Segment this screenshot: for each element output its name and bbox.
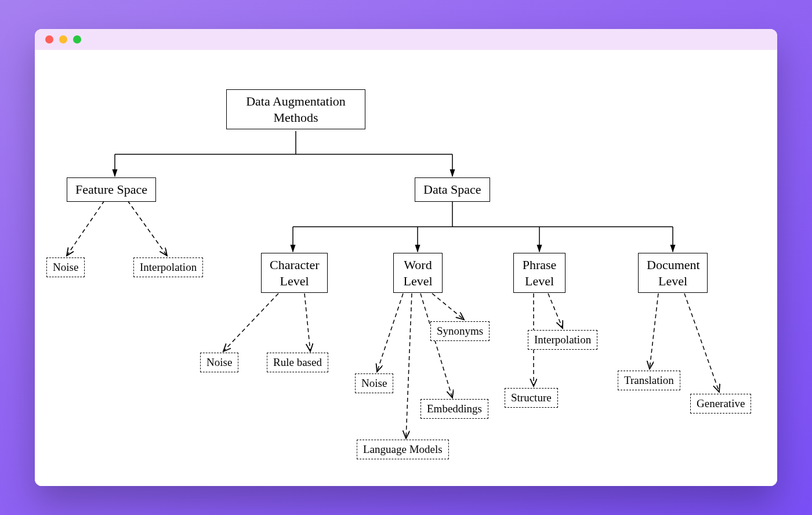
leaf-pl-structure: Structure: [505, 388, 558, 408]
leaf-cl-rule-based: Rule based: [267, 353, 328, 372]
svg-line-4: [67, 201, 104, 256]
leaf-fs-noise: Noise: [46, 258, 85, 277]
leaf-cl-noise: Noise: [200, 353, 238, 372]
svg-line-17: [406, 293, 412, 438]
node-data-space: Data Space: [415, 177, 490, 202]
node-word-level: Word Level: [393, 253, 443, 293]
leaf-wl-language-models: Language Models: [357, 440, 449, 459]
leaf-wl-embeddings: Embeddings: [420, 399, 488, 419]
leaf-pl-interpolation: Interpolation: [528, 330, 597, 350]
svg-line-5: [128, 201, 167, 256]
svg-line-12: [223, 293, 278, 351]
svg-line-15: [432, 293, 464, 320]
window-titlebar: [35, 29, 777, 50]
leaf-dl-translation: Translation: [618, 371, 680, 390]
svg-line-20: [650, 293, 658, 369]
leaf-fs-interpolation: Interpolation: [133, 258, 203, 277]
svg-line-21: [684, 293, 719, 392]
svg-line-13: [304, 293, 310, 351]
diagram-canvas: Data Augmentation Methods Feature Space …: [35, 50, 777, 486]
maximize-icon[interactable]: [73, 35, 81, 43]
node-feature-space: Feature Space: [67, 177, 156, 202]
close-icon[interactable]: [45, 35, 53, 43]
node-character-level: Character Level: [261, 253, 328, 293]
minimize-icon[interactable]: [59, 35, 67, 43]
leaf-dl-generative: Generative: [690, 394, 751, 414]
node-root: Data Augmentation Methods: [226, 89, 365, 129]
svg-line-14: [377, 293, 403, 372]
node-document-level: Document Level: [638, 253, 708, 293]
leaf-wl-synonyms: Synonyms: [430, 321, 490, 341]
leaf-wl-noise: Noise: [355, 373, 393, 393]
app-window: Data Augmentation Methods Feature Space …: [35, 29, 777, 486]
svg-line-16: [420, 293, 452, 398]
svg-line-18: [548, 293, 563, 328]
node-phrase-level: Phrase Level: [513, 253, 566, 293]
